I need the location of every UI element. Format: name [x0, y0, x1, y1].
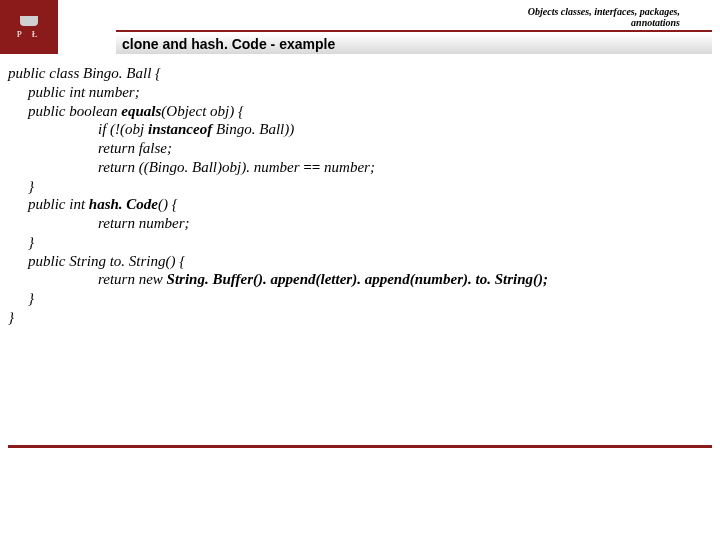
- title-bar: clone and hash. Code - example: [116, 34, 712, 54]
- code-block: public class Bingo. Ball { public int nu…: [0, 54, 720, 327]
- header-right: Objects classes, interfaces, packages, a…: [58, 0, 720, 54]
- code-bold: String. Buffer(). append(letter). append…: [167, 271, 548, 287]
- code-bold: equals: [121, 103, 161, 119]
- code-text: (Object obj) {: [161, 103, 244, 119]
- logo: P Ł: [0, 0, 58, 54]
- breadcrumb-line2: annotations: [528, 17, 680, 28]
- code-line: return ((Bingo. Ball)obj). number == num…: [8, 158, 712, 177]
- footer-rule: [8, 445, 712, 448]
- header-rule: [116, 30, 712, 32]
- code-text: if (!(obj: [98, 121, 148, 137]
- page-title: clone and hash. Code - example: [122, 36, 335, 52]
- code-line: public int hash. Code() {: [8, 195, 712, 214]
- code-text: public int: [28, 196, 89, 212]
- breadcrumb: Objects classes, interfaces, packages, a…: [528, 6, 680, 28]
- code-line: }: [8, 308, 712, 327]
- code-text: return new: [98, 271, 167, 287]
- code-line: return number;: [8, 214, 712, 233]
- code-text: number;: [324, 159, 375, 175]
- code-line: }: [8, 233, 712, 252]
- code-line: if (!(obj instanceof Bingo. Ball)): [8, 120, 712, 139]
- code-bold: ==: [303, 159, 324, 175]
- code-line: }: [8, 177, 712, 196]
- code-bold: hash. Code: [89, 196, 158, 212]
- code-line: return new String. Buffer(). append(lett…: [8, 270, 712, 289]
- breadcrumb-line1: Objects classes, interfaces, packages,: [528, 6, 680, 17]
- code-text: return ((Bingo. Ball)obj). number: [98, 159, 303, 175]
- logo-shape: [20, 16, 38, 26]
- logo-inner: P Ł: [17, 16, 41, 39]
- code-line: return false;: [8, 139, 712, 158]
- code-line: }: [8, 289, 712, 308]
- code-text: Bingo. Ball)): [216, 121, 294, 137]
- code-text: public boolean: [28, 103, 121, 119]
- code-line: public int number;: [8, 83, 712, 102]
- logo-letters: P Ł: [17, 30, 41, 39]
- code-line: public String to. String() {: [8, 252, 712, 271]
- code-text: () {: [158, 196, 178, 212]
- slide-header: P Ł Objects classes, interfaces, package…: [0, 0, 720, 54]
- code-bold: instanceof: [148, 121, 216, 137]
- code-line: public class Bingo. Ball {: [8, 64, 712, 83]
- code-line: public boolean equals(Object obj) {: [8, 102, 712, 121]
